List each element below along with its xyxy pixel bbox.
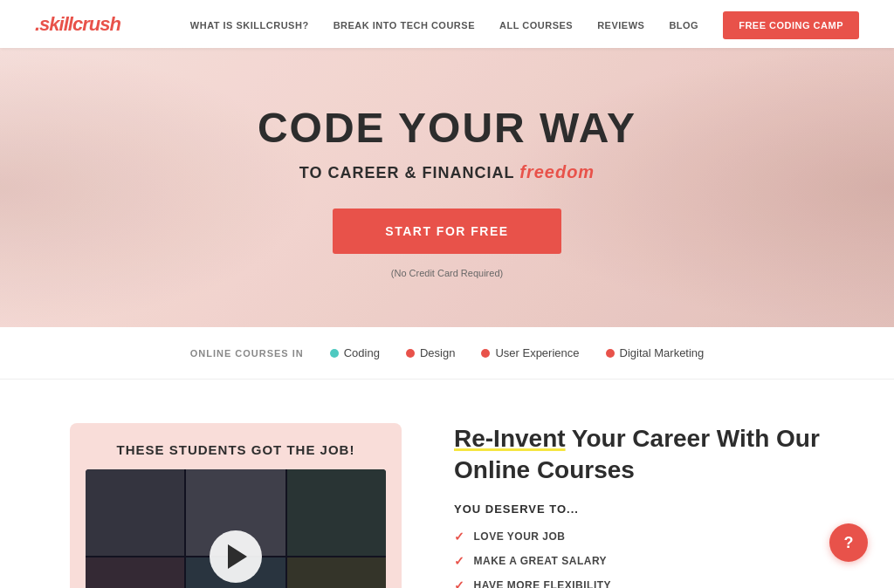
nav-item-what-is[interactable]: WHAT IS SKILLCRUSH? bbox=[190, 17, 309, 32]
video-play-overlay[interactable] bbox=[86, 469, 386, 588]
site-logo[interactable]: .skillcrush bbox=[35, 13, 120, 36]
course-coding-label: Coding bbox=[344, 346, 380, 359]
course-design-label: Design bbox=[420, 346, 455, 359]
hero-title: CODE YOUR WAY bbox=[258, 106, 636, 152]
nav-item-all-courses[interactable]: ALL COURSES bbox=[499, 17, 573, 32]
hero-section: CODE YOUR WAY TO CAREER & FINANCIAL FREE… bbox=[0, 48, 894, 327]
below-fold-section: THESE STUDENTS GOT THE JOB! Re-Invent Yo… bbox=[0, 379, 894, 588]
hero-cta-note: (No Credit Card Required) bbox=[258, 268, 636, 278]
reinvent-section: Re-Invent Your Career With Our Online Co… bbox=[454, 423, 824, 588]
nav-item-break-into[interactable]: BREAK INTO TECH COURSE bbox=[334, 17, 475, 32]
hero-subtitle-accent: FREEDOM bbox=[519, 162, 595, 181]
checklist-item-2: ✓ MAKE A GREAT SALARY bbox=[454, 554, 824, 568]
course-tag-marketing[interactable]: Digital Marketing bbox=[606, 346, 705, 359]
hero-cta-button[interactable]: START FOR FREE bbox=[333, 209, 560, 254]
nav-cta-button[interactable]: FREE CODING CAMP bbox=[723, 11, 859, 39]
hero-subtitle: TO CAREER & FINANCIAL FREEDOM bbox=[258, 162, 636, 182]
play-triangle-icon bbox=[228, 544, 247, 569]
course-tag-design[interactable]: Design bbox=[406, 346, 455, 359]
video-card: THESE STUDENTS GOT THE JOB! bbox=[70, 423, 402, 588]
course-marketing-label: Digital Marketing bbox=[620, 346, 705, 359]
play-button[interactable] bbox=[210, 530, 262, 583]
nav-link-what-is[interactable]: WHAT IS SKILLCRUSH? bbox=[190, 20, 309, 31]
ux-dot bbox=[481, 349, 490, 358]
marketing-dot bbox=[606, 349, 615, 358]
checklist-label-3: HAVE MORE FLEXIBILITY bbox=[474, 579, 612, 588]
nav-link-break-into[interactable]: BREAK INTO TECH COURSE bbox=[334, 20, 475, 31]
hero-subtitle-plain: TO CAREER & FINANCIAL bbox=[299, 164, 514, 181]
check-icon-1: ✓ bbox=[454, 530, 465, 544]
help-button[interactable]: ? bbox=[829, 523, 868, 562]
deserve-label: YOU DESERVE TO... bbox=[454, 503, 824, 516]
checklist-item-1: ✓ LOVE YOUR JOB bbox=[454, 530, 824, 544]
reinvent-title-accent: Re-Invent bbox=[454, 425, 566, 452]
checklist-label-1: LOVE YOUR JOB bbox=[474, 530, 566, 543]
nav-links: WHAT IS SKILLCRUSH? BREAK INTO TECH COUR… bbox=[190, 17, 859, 32]
course-tag-ux[interactable]: User Experience bbox=[481, 346, 579, 359]
nav-item-cta[interactable]: FREE CODING CAMP bbox=[723, 17, 859, 32]
video-thumbnail[interactable] bbox=[86, 469, 386, 588]
course-ux-label: User Experience bbox=[495, 346, 579, 359]
checklist-item-3: ✓ HAVE MORE FLEXIBILITY bbox=[454, 578, 824, 588]
checklist: ✓ LOVE YOUR JOB ✓ MAKE A GREAT SALARY ✓ … bbox=[454, 530, 824, 588]
nav-link-all-courses[interactable]: ALL COURSES bbox=[499, 20, 573, 31]
video-card-label: THESE STUDENTS GOT THE JOB! bbox=[70, 423, 402, 469]
course-tag-coding[interactable]: Coding bbox=[330, 346, 380, 359]
nav-link-blog[interactable]: BLOG bbox=[669, 20, 698, 31]
nav-item-blog[interactable]: BLOG bbox=[669, 17, 698, 32]
nav-item-reviews[interactable]: REVIEWS bbox=[597, 17, 644, 32]
nav-link-reviews[interactable]: REVIEWS bbox=[597, 20, 644, 31]
coding-dot bbox=[330, 349, 339, 358]
navbar: .skillcrush WHAT IS SKILLCRUSH? BREAK IN… bbox=[0, 0, 894, 48]
design-dot bbox=[406, 349, 415, 358]
check-icon-3: ✓ bbox=[454, 578, 465, 588]
reinvent-title: Re-Invent Your Career With Our Online Co… bbox=[454, 423, 824, 487]
hero-content: CODE YOUR WAY TO CAREER & FINANCIAL FREE… bbox=[240, 53, 654, 322]
courses-bar-label: ONLINE COURSES IN bbox=[190, 348, 304, 359]
check-icon-2: ✓ bbox=[454, 554, 465, 568]
courses-bar: ONLINE COURSES IN Coding Design User Exp… bbox=[0, 327, 894, 379]
checklist-label-2: MAKE A GREAT SALARY bbox=[474, 555, 608, 567]
